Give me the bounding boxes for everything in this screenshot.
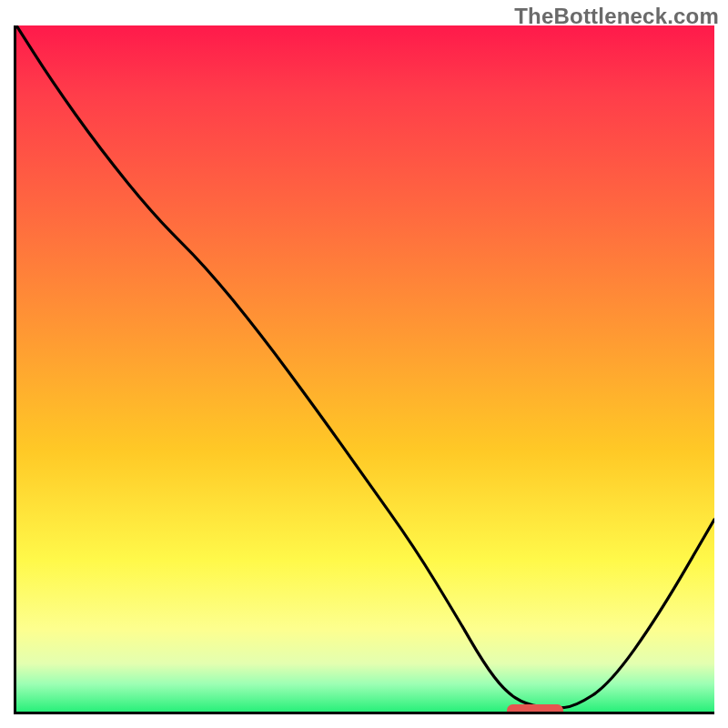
watermark-text: TheBottleneck.com [514, 4, 719, 29]
bottleneck-curve [16, 25, 714, 712]
bottleneck-chart: TheBottleneck.com [0, 0, 728, 728]
plot-area [14, 25, 714, 714]
curve-path [16, 25, 714, 708]
optimal-marker [507, 704, 563, 714]
